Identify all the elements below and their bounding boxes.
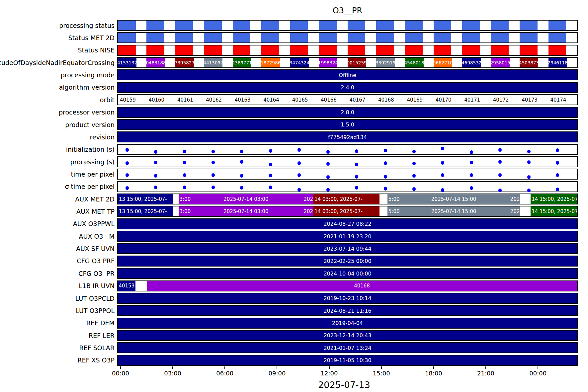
timing-dot xyxy=(297,161,301,165)
status-bar xyxy=(434,45,452,55)
status-bar xyxy=(462,45,480,55)
row-value: 2021-01-07 13:24 xyxy=(323,345,371,351)
row-label: CFG O3 PRF xyxy=(77,257,115,265)
status-bar xyxy=(376,21,394,30)
timing-dot xyxy=(211,161,215,164)
status-bar xyxy=(290,21,308,30)
row-box: 13 15:00, 2025-07-3:002025-07-14 03:0020… xyxy=(117,194,578,204)
segment-text-center: 2025-07-14 15:00 xyxy=(431,196,476,202)
row-value: 2024-08-21 11:16 xyxy=(323,307,371,314)
status-bar xyxy=(491,21,509,30)
timing-dot xyxy=(556,161,559,165)
time-segment: 13 15:00, 2025-07- xyxy=(118,206,173,216)
row-value: 2023-12-14 20:43 xyxy=(323,332,371,339)
row-label: AUX SF UVN xyxy=(76,245,115,252)
timing-dot xyxy=(498,160,502,164)
product-monitor-chart: O3__PR processing statusStatus MET 2DSta… xyxy=(0,0,588,392)
row-box: 2023-12-14 20:43 xyxy=(117,330,578,341)
timing-dot xyxy=(326,175,330,179)
timing-dot xyxy=(498,189,502,192)
status-bar xyxy=(376,45,394,55)
timing-dot xyxy=(412,162,416,165)
row-box: 2019-11-05 10:30 xyxy=(117,355,578,366)
status-bar xyxy=(319,45,337,55)
segment-text-left: 13 15:00, 2025-07- xyxy=(119,208,167,214)
timing-dot xyxy=(154,174,157,178)
status-bar xyxy=(175,45,193,55)
axis-tick-label: 03:00 xyxy=(164,370,181,377)
longitude-value: 4698532 xyxy=(462,60,481,65)
longitude-value: 4548018 xyxy=(404,60,424,65)
time-segment: 40153 xyxy=(118,281,135,291)
status-bar xyxy=(233,21,251,30)
row-value: 2019-10-23 10:14 xyxy=(323,295,371,301)
status-bar xyxy=(520,45,538,55)
axis-tick-mark xyxy=(224,366,225,369)
timing-dot xyxy=(470,186,473,190)
row-label: revision xyxy=(90,133,115,141)
status-bar xyxy=(491,33,509,42)
timing-dot xyxy=(470,161,473,164)
row-label: AUX MET TP xyxy=(76,208,115,215)
axis-tick-label: 21:00 xyxy=(477,370,494,377)
status-bar xyxy=(319,21,337,30)
status-bar xyxy=(261,45,279,55)
row-label: processing mode xyxy=(61,71,115,79)
timing-dot xyxy=(326,150,330,154)
longitude-value: 1872986 xyxy=(261,60,281,65)
timing-dot xyxy=(527,150,531,153)
status-bar xyxy=(290,45,308,55)
status-bar xyxy=(348,33,366,42)
row-box: Offline xyxy=(117,69,578,80)
time-segment: 40168 xyxy=(147,281,577,291)
segment-text-right: 202 xyxy=(304,196,313,202)
segment-text-right: 202 xyxy=(510,196,520,202)
timing-dot xyxy=(211,173,215,177)
timing-dot xyxy=(498,173,502,177)
status-bar xyxy=(319,33,337,42)
axis-tick-label: 15:00 xyxy=(373,370,390,377)
axis-tick-label: 09:00 xyxy=(268,370,286,377)
timing-dot xyxy=(154,186,157,189)
row-box: 2024-08-27 08:22 xyxy=(117,218,578,229)
timing-dot xyxy=(384,175,387,179)
timing-dot xyxy=(470,173,473,177)
row-box xyxy=(117,169,578,180)
orbit-number: 40160 xyxy=(148,97,164,103)
row-label: AUX MET 2D xyxy=(75,196,115,203)
orbit-number: 40163 xyxy=(235,97,251,103)
row-label: processing (s) xyxy=(70,158,115,166)
status-bar xyxy=(204,21,222,30)
longitude-value: 4153137 xyxy=(117,60,137,65)
status-bar xyxy=(462,33,480,42)
axis-tick-label: 06:00 xyxy=(216,370,233,377)
row-box: 2024-08-21 11:16 xyxy=(117,305,578,316)
row-box: 1.5.0 xyxy=(117,119,578,130)
timing-dot xyxy=(126,161,129,165)
orbit-number: 40164 xyxy=(263,97,279,103)
longitude-value: 3392919 xyxy=(376,60,395,65)
row-box: 2019-10-23 10:14 xyxy=(117,293,578,304)
row-box: 13 15:00, 2025-07-3:002025-07-14 03:0020… xyxy=(117,206,578,217)
orbit-number: 40173 xyxy=(522,97,538,103)
timing-dot xyxy=(183,150,186,153)
status-bar xyxy=(146,33,164,42)
timing-dot xyxy=(211,150,215,153)
segment-text-left: 5:00 xyxy=(388,208,400,214)
timing-dot xyxy=(240,174,243,178)
segment-text-center: 2025-07-14 03:00 xyxy=(223,196,268,202)
status-bar xyxy=(233,45,251,55)
timing-dot xyxy=(297,148,301,152)
timing-dot xyxy=(556,148,559,152)
status-bar xyxy=(434,33,452,42)
orbit-number: 40166 xyxy=(321,97,337,103)
row-value: 2019-04-04 xyxy=(332,320,363,326)
timing-dot xyxy=(527,175,531,179)
status-bar xyxy=(376,33,394,42)
status-bar xyxy=(204,33,222,42)
row-box xyxy=(117,156,578,167)
orbit-number: 40172 xyxy=(493,97,509,103)
timing-dot xyxy=(384,149,387,152)
orbit-number: 40162 xyxy=(206,97,222,103)
segment-text-left: 3:00 xyxy=(180,196,191,202)
